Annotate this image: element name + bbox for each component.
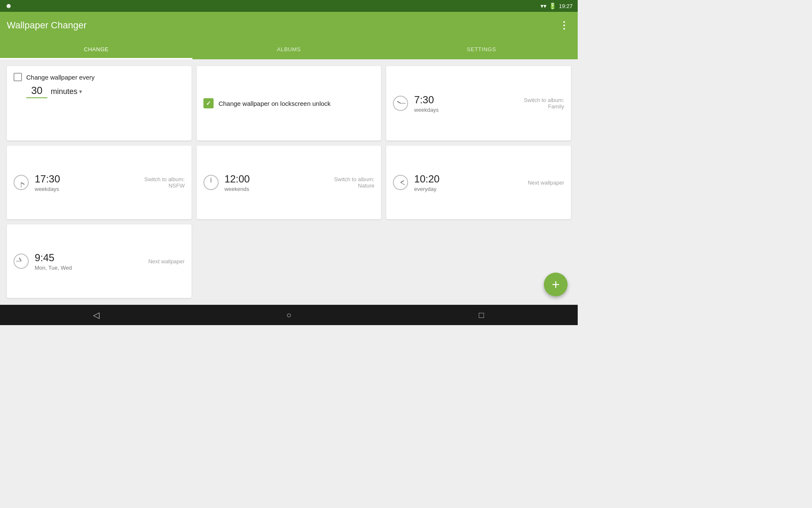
interval-unit-dropdown[interactable]: minutes ▾ [51,87,82,96]
android-icon: ☻ [5,2,12,10]
clock-icon-0 [393,96,408,111]
schedule-action-label-0: Switch to album: [524,97,564,103]
schedule-days-3: everyday [414,186,522,192]
recent-button[interactable]: □ [471,305,491,325]
lockscreen-checkbox[interactable]: ✓ [203,98,214,108]
schedule-info-4: 9:45 Mon, Tue, Wed [35,252,143,271]
recent-icon: □ [479,310,484,320]
add-schedule-fab[interactable]: + [544,273,568,296]
schedule-time-4: 9:45 [35,252,143,264]
card-schedule-1[interactable]: 17:30 weekdays Switch to album: NSFW [7,146,192,219]
checkmark-icon: ✓ [206,100,211,107]
clock-icon-1 [14,175,29,190]
status-time: 19:27 [559,3,573,9]
interval-row: 30 minutes ▾ [14,85,82,98]
clock-hour-hand-1 [21,182,25,185]
card-schedule-2[interactable]: 12:00 weekends Switch to album: Nature [197,146,381,219]
schedule-days-0: weekdays [414,107,518,113]
change-wallpaper-checkbox[interactable] [14,73,22,81]
battery-icon: 🔋 [549,3,556,9]
overflow-menu-button[interactable] [557,19,571,32]
schedule-info-3: 10:20 everyday [414,173,522,192]
clock-icon-2 [203,175,219,190]
back-button[interactable]: ◁ [86,305,107,325]
nav-bar: ◁ ○ □ [0,305,578,325]
schedule-time-0: 7:30 [414,94,518,106]
schedule-info-2: 12:00 weekends [225,173,328,192]
tab-bar: CHANGE ALBUMS SETTINGS [0,39,578,59]
change-wallpaper-row: Change wallpaper every [14,73,95,81]
card-schedule-0[interactable]: 7:30 weekdays Switch to album: Family [386,66,571,141]
schedule-album-2: Nature [334,182,374,189]
clock-min-hand-0 [401,103,406,104]
schedule-action-label-2: Switch to album: [334,176,374,182]
schedule-info-1: 17:30 weekdays [35,173,138,192]
dot3 [563,28,565,30]
wifi-icon: ▾▾ [540,3,546,9]
dot2 [563,25,565,26]
app-bar: Wallpaper Changer [0,12,578,39]
lockscreen-label: Change wallpaper on lockscreen unlock [219,100,331,107]
schedule-days-4: Mon, Tue, Wed [35,265,143,271]
schedule-action-0: Switch to album: Family [524,97,564,110]
tab-change[interactable]: CHANGE [0,39,192,59]
tab-settings[interactable]: SETTINGS [385,39,578,59]
status-bar: ☻ ▾▾ 🔋 19:27 [0,0,578,12]
home-icon: ○ [286,310,291,320]
clock-icon-3 [393,175,408,190]
schedule-action-2: Switch to album: Nature [334,176,374,189]
schedule-action-label-4: Next wallpaper [148,258,185,265]
schedule-action-label-1: Switch to album: [144,176,184,182]
main-content: Change wallpaper every 30 minutes ▾ ✓ Ch… [0,59,578,305]
schedule-action-3: Next wallpaper [528,179,564,186]
card-change-wallpaper[interactable]: Change wallpaper every 30 minutes ▾ [7,66,192,141]
schedule-action-1: Switch to album: NSFW [144,176,184,189]
clock-min-hand-4 [16,261,21,262]
schedule-time-1: 17:30 [35,173,138,185]
schedule-album-0: Family [524,103,564,110]
card-lockscreen[interactable]: ✓ Change wallpaper on lockscreen unlock [197,66,381,141]
interval-value[interactable]: 30 [26,85,47,98]
schedule-info-0: 7:30 weekdays [414,94,518,113]
back-icon: ◁ [93,310,99,320]
card-schedule-4[interactable]: 9:45 Mon, Tue, Wed Next wallpaper [7,224,192,298]
clock-min-hand-1 [21,182,22,188]
home-button[interactable]: ○ [279,305,299,325]
schedule-action-4: Next wallpaper [148,258,185,265]
clock-min-hand-2 [211,177,211,182]
card-schedule-3[interactable]: 10:20 everyday Next wallpaper [386,146,571,219]
dot1 [563,21,565,23]
plus-icon: + [552,278,560,291]
change-wallpaper-label: Change wallpaper every [26,74,95,81]
clock-icon-4 [14,254,29,269]
schedule-days-2: weekends [225,186,328,192]
schedule-time-2: 12:00 [225,173,328,185]
tab-albums[interactable]: ALBUMS [192,39,385,59]
app-title: Wallpaper Changer [7,20,87,31]
clock-min-hand-3 [401,182,405,185]
schedule-action-label-3: Next wallpaper [528,179,564,186]
interval-unit-label: minutes [51,87,77,96]
schedule-days-1: weekdays [35,186,138,192]
schedule-album-1: NSFW [144,182,184,189]
dropdown-arrow-icon: ▾ [79,88,82,95]
schedule-time-3: 10:20 [414,173,522,185]
